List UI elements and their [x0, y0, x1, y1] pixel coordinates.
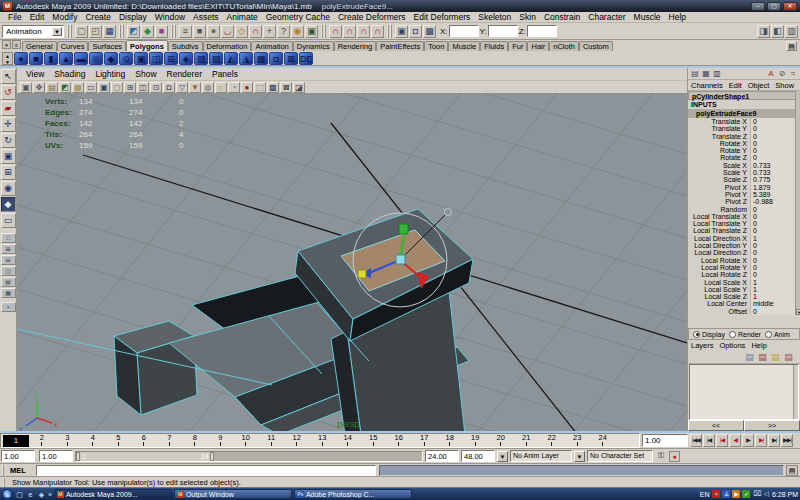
snap-icon[interactable]: ■	[193, 25, 206, 38]
shelf-icon[interactable]: ⊞	[164, 52, 178, 65]
current-frame-indicator[interactable]: 1	[3, 435, 29, 447]
panel-toolbar-icon[interactable]: ▣	[20, 82, 32, 93]
snap-icon[interactable]: ◇	[235, 25, 248, 38]
menu-item[interactable]: Modify	[48, 12, 81, 22]
layout-shortcut-button[interactable]: □	[1, 233, 16, 243]
tray-app-icon[interactable]: ♙	[722, 490, 730, 498]
separator-grip[interactable]	[171, 25, 176, 38]
channel-row[interactable]: Rotate X 0	[688, 140, 800, 147]
menu-item[interactable]: Window	[151, 12, 189, 22]
anim-layer-selector[interactable]: No Anim Layer	[510, 450, 572, 462]
selection-mode-icon[interactable]: ◩	[127, 25, 140, 38]
history-icon[interactable]: ∩	[329, 25, 342, 38]
tool-icon[interactable]: ◉	[1, 181, 16, 196]
channel-row[interactable]: Local Direction Z 0	[688, 249, 800, 256]
render-icon[interactable]: ◘	[409, 25, 422, 38]
layer-menu-item[interactable]: Options	[717, 341, 749, 350]
menu-item[interactable]: Character	[584, 12, 629, 22]
shelf-tab[interactable]: Fluids	[480, 41, 508, 51]
snap-icon[interactable]: ●	[207, 25, 220, 38]
mel-command-input[interactable]	[36, 465, 376, 476]
timeline-frame-number[interactable]: 21	[514, 434, 540, 447]
go-to-start-button[interactable]: |◀◀	[690, 434, 702, 447]
panel-toolbar-icon[interactable]: ◩	[59, 82, 71, 93]
timeline-frame-number[interactable]: 11	[259, 434, 285, 447]
layer-menu-item[interactable]: Help	[748, 341, 769, 350]
channel-menu-item[interactable]: Channels	[688, 81, 726, 90]
separator-grip[interactable]	[67, 25, 72, 38]
channel-row[interactable]: Local Scale Y 1	[688, 286, 800, 293]
layer-action-icon[interactable]: ▤	[783, 352, 794, 363]
shelf-icon[interactable]: ⊠	[284, 52, 298, 65]
tray-app-icon[interactable]: ✓	[742, 490, 750, 498]
shelf-icon[interactable]: ◫	[149, 52, 163, 65]
layer-action-icon[interactable]: ▤	[770, 352, 781, 363]
timeline-frame-number[interactable]: 17	[412, 434, 438, 447]
menu-item[interactable]: Edit	[26, 12, 49, 22]
channel-option-icon[interactable]: A	[766, 69, 776, 79]
y-coordinate-input[interactable]	[488, 25, 518, 37]
layout-shortcut-button[interactable]: ▤	[1, 277, 16, 287]
chevron-down-icon[interactable]: ▼	[574, 451, 585, 462]
channel-display-icon[interactable]: ▤	[690, 69, 700, 79]
step-back-frame-button[interactable]: |◀	[703, 434, 715, 447]
panel-menu-item[interactable]: Renderer	[162, 69, 207, 79]
shelf-tab[interactable]: Surfaces	[88, 41, 126, 51]
timeline-frame-number[interactable]: 24	[590, 434, 616, 447]
layout-shortcut-button[interactable]: ⊞	[1, 244, 16, 254]
timeline-frame-number[interactable]: 15	[361, 434, 387, 447]
panel-toolbar-icon[interactable]: ⊠	[280, 82, 292, 93]
panel-menu-item[interactable]: Show	[130, 69, 161, 79]
tool-icon[interactable]: ◆	[1, 197, 16, 212]
snap-icon[interactable]: +	[263, 25, 276, 38]
menu-item[interactable]: Animate	[223, 12, 262, 22]
channel-menu-item[interactable]: Object	[745, 81, 773, 90]
menu-item[interactable]: Constrain	[540, 12, 584, 22]
timeline-frame-number[interactable]: 3	[55, 434, 81, 447]
channel-row[interactable]: Local Translate Y 0	[688, 220, 800, 227]
shelf-icon[interactable]: ⊙	[119, 52, 133, 65]
timeline-frame-number[interactable]: 13	[310, 434, 336, 447]
panel-toolbar-icon[interactable]: ☼	[215, 82, 227, 93]
timeline-frame-number[interactable]: 14	[335, 434, 361, 447]
shelf-icon[interactable]: ◮	[239, 52, 253, 65]
step-forward-key-button[interactable]: ▶|	[755, 434, 767, 447]
next-layout-button[interactable]: >>	[744, 420, 800, 431]
history-icon[interactable]: ∩	[343, 25, 356, 38]
language-indicator[interactable]: EN	[700, 491, 710, 498]
maximize-button[interactable]: ▢	[767, 2, 781, 11]
step-back-key-button[interactable]: |◀	[716, 434, 728, 447]
shelf-tab[interactable]: Custom	[579, 41, 613, 51]
separator-grip[interactable]	[321, 25, 326, 38]
shelf-icon[interactable]: ▨	[209, 52, 223, 65]
script-editor-button[interactable]: ▤	[786, 465, 798, 476]
record-button[interactable]: ●	[669, 451, 680, 462]
shelf-icon[interactable]: ▧	[194, 52, 208, 65]
quick-launch-icon[interactable]: e	[26, 490, 35, 499]
timeline-frame-number[interactable]: 4	[80, 434, 106, 447]
sidebar-toggle-icon[interactable]: ▥	[785, 25, 798, 38]
shelf-icon[interactable]: DE	[299, 52, 313, 65]
channel-option-icon[interactable]: ≈	[788, 69, 798, 79]
history-icon[interactable]: ∩	[371, 25, 384, 38]
panel-toolbar-icon[interactable]: ▭	[85, 82, 97, 93]
file-operation-icon[interactable]: ▢	[75, 25, 88, 38]
shelf-tab[interactable]: Toon	[424, 41, 448, 51]
tray-system-icon[interactable]: ◁	[764, 490, 769, 498]
panel-toolbar-icon[interactable]: ✥	[33, 82, 45, 93]
shelf-scroll-spinner[interactable]: ▲▼	[2, 52, 13, 65]
history-icon[interactable]: ∩	[357, 25, 370, 38]
menu-set-selector[interactable]: Animation ▼	[2, 25, 64, 38]
playback-range-bar[interactable]: 1 24	[76, 452, 214, 461]
quick-launch-icon[interactable]: ◈	[37, 490, 46, 499]
shelf-tab[interactable]: Fur	[508, 41, 527, 51]
panel-toolbar-icon[interactable]: ▤	[46, 82, 58, 93]
layout-more-button[interactable]: ▪	[1, 302, 16, 312]
channel-row[interactable]: Pivot Z -0.988	[688, 198, 800, 205]
separator-grip[interactable]	[387, 25, 392, 38]
channel-display-icon[interactable]: ▥	[712, 69, 722, 79]
channel-row[interactable]: Rotate Z 0	[688, 154, 800, 161]
timeline-frame-number[interactable]: 22	[539, 434, 565, 447]
shelf-icon[interactable]: ◈	[179, 52, 193, 65]
timeline-frame-number[interactable]: 18	[437, 434, 463, 447]
